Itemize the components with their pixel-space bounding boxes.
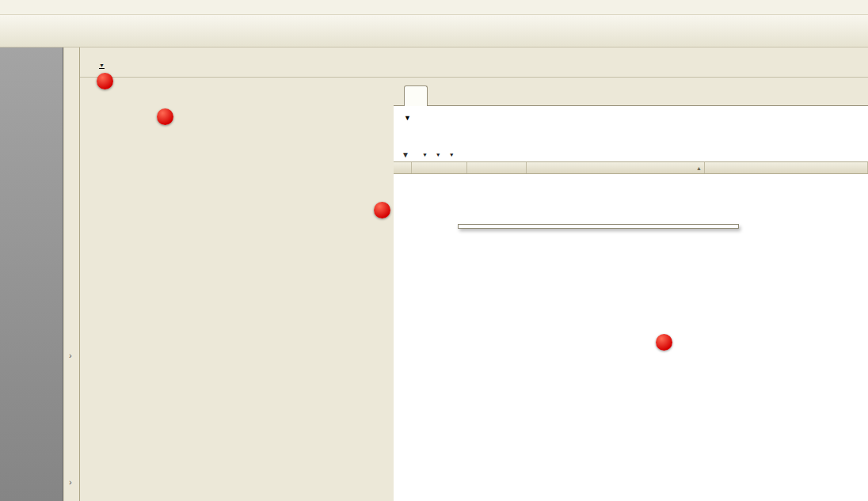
chevron-right-icon[interactable]: › [69, 351, 72, 360]
filter-cards-select[interactable]: ▼ [447, 152, 455, 158]
chevron-down-icon: ▼ [404, 114, 411, 122]
filter-funnel-icon[interactable]: ▼ [402, 150, 409, 159]
tab-plan-kont[interactable] [404, 85, 428, 106]
column-header-p[interactable] [467, 162, 527, 173]
filter-type-select[interactable]: ▼ [421, 152, 428, 158]
chevron-down-icon: ▼ [99, 63, 105, 68]
column-header-typ[interactable] [412, 162, 467, 173]
sort-indicator: ▲ [696, 165, 702, 171]
chevron-right-icon[interactable]: › [69, 477, 72, 487]
module-sidebar [0, 47, 63, 501]
table-header: ▲ [394, 161, 868, 174]
column-header-marker [394, 162, 412, 173]
toolbar [0, 15, 868, 47]
annotation-badge-3 [374, 202, 390, 218]
action-links [584, 109, 740, 138]
page-title[interactable]: ▼ [400, 111, 411, 122]
chevron-down-icon: ▼ [436, 152, 441, 158]
annotation-badge-4 [656, 334, 672, 351]
navigation-tree [80, 77, 394, 501]
tab-strip [394, 78, 868, 106]
plan-kont-view: ▼ ▼ ▼ ▼ ▼ ▲ [394, 106, 868, 501]
chevron-down-icon: ▼ [449, 152, 455, 158]
accounts-table [394, 174, 868, 501]
module-strip[interactable]: › › [63, 47, 80, 501]
column-header-nazwa[interactable] [705, 162, 868, 173]
annotation-badge-2 [157, 108, 173, 125]
annotation-badge-1 [97, 73, 113, 89]
content-panel: ▼ ▼ ▼ ▼ ▼ ▲ [394, 77, 868, 501]
column-header-numer[interactable]: ▲ [527, 162, 705, 173]
menu-bar [0, 0, 868, 15]
chevron-down-icon: ▼ [422, 152, 428, 158]
filter-row: ▼ ▼ ▼ ▼ [402, 148, 868, 161]
filter-level-select[interactable]: ▼ [434, 152, 441, 158]
fiscal-year-selector[interactable]: ▼ [96, 63, 105, 68]
context-menu [458, 224, 739, 229]
